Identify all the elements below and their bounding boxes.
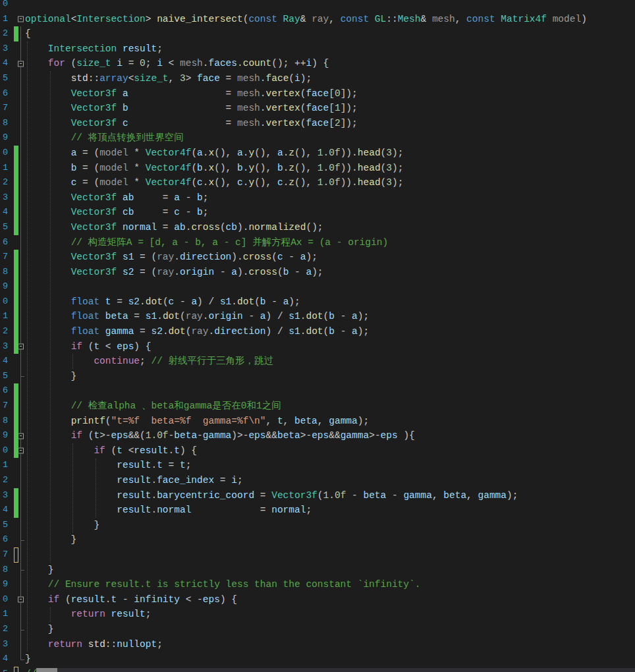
code-line[interactable]: 5 Vector3f normal = ab.cross(cb).normali… <box>0 220 635 235</box>
fold-collapse-icon[interactable]: - <box>18 61 24 67</box>
fold-collapse-icon[interactable]: - <box>18 448 24 454</box>
code-line[interactable]: 2 float gamma = s2.dot(ray.direction) / … <box>0 324 635 339</box>
code-line[interactable]: 8 } <box>0 563 635 578</box>
line-number[interactable]: 0 <box>0 592 8 607</box>
horizontal-scrollbar-thumb[interactable] <box>36 668 57 672</box>
line-number[interactable]: 3 <box>0 339 8 354</box>
line-number[interactable]: 0 <box>0 294 8 310</box>
code-line[interactable]: 7 Vector3f b = mesh.vertex(face[1]); <box>0 101 635 116</box>
code-line[interactable]: 1 return result; <box>0 607 635 622</box>
code-line[interactable]: 2 } <box>0 622 635 637</box>
code-line[interactable]: 8 printf("t=%f beta=%f gamma=%f\n", t, b… <box>0 414 635 429</box>
line-number[interactable]: 0 <box>0 146 8 161</box>
code-editor[interactable]: 01-optional<Intersection> naive_intersec… <box>0 0 635 672</box>
fold-collapse-icon[interactable]: - <box>18 433 24 439</box>
line-number[interactable]: 1 <box>0 607 8 622</box>
code-line[interactable]: 4} <box>0 652 635 667</box>
code-line[interactable]: 5 } <box>0 369 635 384</box>
code-line[interactable]: 4- for (size_t i = 0; i < mesh.faces.cou… <box>0 56 635 71</box>
line-number[interactable]: 4 <box>0 205 8 220</box>
line-number[interactable]: 1 <box>0 161 8 176</box>
code-line[interactable]: 7 // 检查alpha 、beta和gamma是否在0和1之间 <box>0 399 635 414</box>
code-line[interactable]: 0 float t = s2.dot(c - a) / s1.dot(b - a… <box>0 294 635 310</box>
line-number[interactable]: 6 <box>0 383 8 399</box>
line-number[interactable]: 7 <box>0 547 8 563</box>
code-line[interactable]: 9 // Ensure result.t is strictly less th… <box>0 577 635 592</box>
line-number[interactable]: 7 <box>0 399 8 414</box>
code-line[interactable]: 1 float beta = s1.dot(ray.origin - a) / … <box>0 309 635 324</box>
code-line[interactable]: 3 Vector3f ab = a - b; <box>0 190 635 206</box>
code-line[interactable]: 2{ <box>0 26 635 42</box>
token: ; <box>306 505 312 515</box>
line-number[interactable]: 1 <box>0 309 8 324</box>
line-number[interactable]: 7 <box>0 101 8 116</box>
token: = ( <box>134 267 157 277</box>
line-number[interactable]: 6 <box>0 235 8 250</box>
line-number[interactable]: 3 <box>0 42 8 57</box>
code-line[interactable]: 0 a = (model * Vector4f(a.x(), a.y(), a.… <box>0 146 635 161</box>
line-number[interactable]: 9 <box>0 130 8 146</box>
code-line[interactable]: 9 <box>0 279 635 294</box>
code-line[interactable]: 0- if (result.t - infinity < -eps) { <box>0 592 635 607</box>
line-number[interactable]: 0 <box>0 0 8 12</box>
line-number[interactable]: 3 <box>0 488 8 503</box>
line-number[interactable]: 3 <box>0 190 8 206</box>
code-line[interactable]: 5 std::array<size_t, 3> face = mesh.face… <box>0 71 635 86</box>
horizontal-scrollbar-track[interactable] <box>36 668 635 672</box>
line-number[interactable]: 2 <box>0 324 8 339</box>
code-line[interactable]: 6 // 构造矩阵A = [d, a - b, a - c] 并解方程Ax = … <box>0 235 635 250</box>
fold-collapse-icon[interactable]: - <box>18 343 24 349</box>
line-number[interactable]: 6 <box>0 86 8 101</box>
line-number[interactable]: 5 <box>0 667 8 672</box>
line-number[interactable]: 5 <box>0 220 8 235</box>
line-number[interactable]: 2 <box>0 175 8 190</box>
fold-collapse-icon[interactable]: - <box>18 16 24 22</box>
code-line[interactable]: 7 Vector3f s1 = (ray.direction).cross(c … <box>0 250 635 265</box>
change-indicator-empty <box>14 577 18 592</box>
line-number[interactable]: 1 <box>0 458 8 473</box>
code-line[interactable]: 8 Vector3f s2 = (ray.origin - a).cross(b… <box>0 265 635 280</box>
line-number[interactable]: 3 <box>0 637 8 652</box>
code-line[interactable]: 6 <box>0 383 635 399</box>
fold-collapse-icon[interactable]: - <box>18 597 24 603</box>
line-number[interactable]: 0 <box>0 443 8 459</box>
fold-column <box>18 488 25 503</box>
line-number[interactable]: 4 <box>0 56 8 71</box>
line-number[interactable]: 5 <box>0 518 8 533</box>
line-number[interactable]: 1 <box>0 12 8 27</box>
line-number[interactable]: 4 <box>0 652 8 667</box>
code-line[interactable]: 3 Intersection result; <box>0 42 635 57</box>
line-number[interactable]: 8 <box>0 116 8 131</box>
line-number[interactable]: 7 <box>0 250 8 265</box>
code-line[interactable]: 0 <box>0 0 635 12</box>
code-line[interactable]: 4 continue; // 射线平行于三角形，跳过 <box>0 354 635 369</box>
code-line[interactable]: 6 } <box>0 532 635 547</box>
line-number[interactable]: 9 <box>0 428 8 443</box>
code-line[interactable]: 9- if (t>-eps&&(1.0f-beta-gamma)>-eps&&b… <box>0 428 635 443</box>
line-number[interactable]: 5 <box>0 71 8 86</box>
code-line[interactable]: 4 Vector3f cb = c - b; <box>0 205 635 220</box>
line-number[interactable]: 2 <box>0 622 8 637</box>
line-number[interactable]: 4 <box>0 503 8 518</box>
code-line[interactable]: 7 <box>0 547 635 563</box>
code-line[interactable]: 3- if (t < eps) { <box>0 339 635 354</box>
code-line[interactable]: 5 } <box>0 518 635 533</box>
line-number[interactable]: 4 <box>0 354 8 369</box>
line-number[interactable]: 2 <box>0 26 8 42</box>
code-line[interactable]: 9 // 将顶点转换到世界空间 <box>0 130 635 146</box>
line-number[interactable]: 6 <box>0 532 8 547</box>
code-line[interactable]: 6 Vector3f a = mesh.vertex(face[0]); <box>0 86 635 101</box>
code-line[interactable]: 1 b = (model * Vector4f(b.x(), b.y(), b.… <box>0 161 635 176</box>
code-line[interactable]: 3 return std::nullopt; <box>0 637 635 652</box>
line-number[interactable]: 9 <box>0 279 8 294</box>
code-line[interactable]: 2 c = (model * Vector4f(c.x(), c.y(), c.… <box>0 175 635 190</box>
code-line[interactable]: 0- if (t <result.t) { <box>0 443 635 459</box>
line-number[interactable]: 9 <box>0 577 8 592</box>
line-number[interactable]: 5 <box>0 369 8 384</box>
line-number[interactable]: 8 <box>0 414 8 429</box>
line-number[interactable]: 8 <box>0 563 8 578</box>
code-line[interactable]: 1-optional<Intersection> naive_intersect… <box>0 12 635 27</box>
code-line[interactable]: 8 Vector3f c = mesh.vertex(face[2]); <box>0 116 635 131</box>
line-number[interactable]: 2 <box>0 473 8 488</box>
line-number[interactable]: 8 <box>0 265 8 280</box>
